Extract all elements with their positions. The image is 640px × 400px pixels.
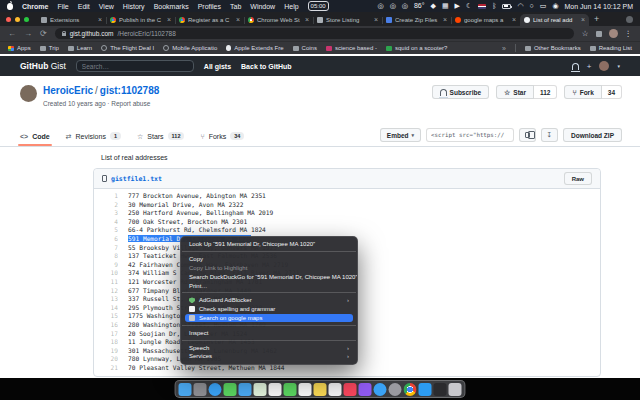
line-content[interactable]: 66-4 Parkhurst Rd, Chelmsford MA 1824 [118, 226, 266, 235]
menu-window[interactable]: Window [250, 3, 275, 10]
line-number[interactable]: 16 [94, 321, 118, 330]
zoom-window-button[interactable] [24, 17, 29, 22]
line-number[interactable]: 9 [94, 261, 118, 270]
line-number[interactable]: 20 [94, 355, 118, 364]
raw-button[interactable]: Raw [564, 172, 592, 185]
copy-embed-button[interactable] [519, 128, 536, 142]
tab-strip-profile-button[interactable] [626, 16, 633, 23]
bookmark-item[interactable]: Trip [40, 45, 59, 51]
bookmark-item[interactable]: Apps [8, 45, 31, 51]
close-window-button[interactable] [6, 17, 11, 22]
new-tab-button[interactable]: + [594, 14, 599, 24]
context-menu-item-services[interactable]: Services› [181, 352, 357, 361]
menu-tab[interactable]: Tab [230, 3, 241, 10]
line-number[interactable]: 15 [94, 312, 118, 321]
browser-tab[interactable]: Create Zip Files× [382, 14, 451, 26]
tab-close-icon[interactable]: × [236, 17, 240, 23]
extensions-puzzle-icon[interactable] [596, 31, 602, 37]
adguard-shield-icon[interactable]: ◆ [431, 1, 436, 11]
star-button[interactable]: ☆Star [496, 85, 534, 99]
context-menu-item-look-up[interactable]: Look Up “591 Memorial Dr, Chicopee MA 10… [181, 240, 357, 249]
minimize-window-button[interactable] [15, 17, 20, 22]
playback-icon[interactable]: ▶ [455, 1, 460, 11]
dock-item-chrome[interactable] [404, 383, 417, 396]
file-name-link[interactable]: gistfile1.txt [111, 175, 162, 183]
dock-item-system-preferences[interactable] [389, 383, 402, 396]
context-menu-item-adguard-adblocker[interactable]: AdGuard AdBlocker› [181, 296, 357, 305]
forward-icon[interactable]: → [24, 30, 32, 38]
profile-avatar[interactable] [609, 29, 618, 38]
line-number[interactable]: 6 [94, 235, 118, 244]
dock-item-launchpad[interactable] [194, 383, 207, 396]
weather-temperature-icon[interactable]: 86° [414, 1, 425, 11]
bookmark-item[interactable]: squid on a scooter? [386, 45, 447, 51]
dock-item-photos[interactable] [269, 383, 282, 396]
gist-owner-avatar[interactable] [20, 85, 37, 102]
line-number[interactable]: 5 [94, 226, 118, 235]
embed-select[interactable]: Embed▾ [380, 128, 421, 142]
browser-tab[interactable]: Publish in the C× [106, 14, 175, 26]
screen-mirroring-icon[interactable]: ▭ [540, 1, 547, 11]
dock-item-vscode[interactable] [419, 383, 432, 396]
bookmarks-overflow-chevron[interactable]: » [502, 45, 506, 52]
menu-bar-clock[interactable]: Mon Jun 14 10:12 PM [565, 3, 634, 10]
all-gists-link[interactable]: All gists [204, 63, 231, 70]
dock-item-music[interactable] [344, 383, 357, 396]
gist-tab-forks[interactable]: ⑂Forks34 [200, 126, 244, 146]
menu-history[interactable]: History [123, 3, 145, 10]
dock-item-mail[interactable] [239, 383, 252, 396]
embed-snippet-input[interactable] [426, 128, 514, 142]
open-in-desktop-button[interactable]: ↧ [541, 128, 558, 142]
app-status-3-icon[interactable]: ◎ [402, 1, 408, 11]
chevron-down-icon[interactable]: ▾ [617, 63, 620, 69]
subscribe-button[interactable]: Subscribe [432, 85, 489, 99]
back-to-github-link[interactable]: Back to GitHub [241, 63, 292, 70]
address-bar[interactable]: gist.github.com/HeroicEric/1102788 [55, 28, 574, 39]
user-avatar[interactable] [599, 61, 609, 71]
gist-tab-code[interactable]: <>Code [20, 126, 50, 146]
bookmark-folder[interactable]: Other Bookmarks [525, 45, 581, 51]
bookmark-item[interactable]: Coins [293, 45, 317, 51]
tab-close-icon[interactable]: × [581, 17, 585, 23]
line-number[interactable]: 19 [94, 347, 118, 356]
line-number[interactable]: 4 [94, 218, 118, 227]
dock-item-maps[interactable] [254, 383, 267, 396]
app-status-1-icon[interactable]: ◎ [378, 1, 384, 11]
line-number[interactable]: 14 [94, 304, 118, 313]
dock-item-facetime[interactable] [284, 383, 297, 396]
fork-count[interactable]: 34 [602, 85, 622, 99]
create-gist-plus-icon[interactable]: + [587, 62, 592, 71]
context-menu-item-search-duckduckgo[interactable]: Search DuckDuckGo for “591 Memorial Dr, … [181, 272, 357, 281]
dock-item-trash[interactable] [449, 383, 462, 396]
line-number[interactable]: 12 [94, 287, 118, 296]
reload-icon[interactable]: ⟳ [40, 30, 47, 38]
dock-item-calendar[interactable] [299, 383, 312, 396]
line-content[interactable]: 250 Hartford Avenue, Bellingham MA 2019 [118, 209, 273, 218]
context-menu-item-print[interactable]: Print… [181, 281, 357, 290]
tab-close-icon[interactable]: × [512, 17, 516, 23]
gist-tab-revisions[interactable]: ⇄Revisions1 [66, 126, 121, 146]
report-abuse-link[interactable]: Report abuse [111, 100, 150, 107]
tab-close-icon[interactable]: × [167, 17, 171, 23]
line-number[interactable]: 3 [94, 209, 118, 218]
github-gist-logo[interactable]: GitHub Gist [20, 61, 66, 71]
line-content[interactable]: 70 Pleasant Valley Street, Methuen MA 18… [118, 364, 284, 373]
menu-edit[interactable]: Edit [78, 3, 90, 10]
dock-item-messages[interactable] [224, 383, 237, 396]
menu-file[interactable]: File [57, 3, 68, 10]
bluetooth-icon[interactable]: ᛒ [492, 1, 496, 11]
browser-tab[interactable]: Extensions× [37, 14, 106, 26]
menu-view[interactable]: View [99, 3, 114, 10]
context-menu-item-copy[interactable]: Copy [181, 255, 357, 264]
line-number[interactable]: 18 [94, 338, 118, 347]
window-layout-icon[interactable]: ▦ [442, 1, 449, 11]
tab-close-icon[interactable]: × [443, 17, 447, 23]
fork-button[interactable]: ⑂Fork [564, 85, 601, 99]
siri-icon[interactable]: ◉ [552, 1, 558, 11]
line-number[interactable]: 21 [94, 364, 118, 373]
dock-item-reminders[interactable] [329, 383, 342, 396]
line-number[interactable]: 1 [94, 192, 118, 201]
browser-tab[interactable]: Register as a C× [175, 14, 244, 26]
context-menu-item-check-spelling-and-grammar[interactable]: Check spelling and grammar [181, 305, 357, 314]
apple-logo-icon[interactable] [7, 3, 13, 10]
